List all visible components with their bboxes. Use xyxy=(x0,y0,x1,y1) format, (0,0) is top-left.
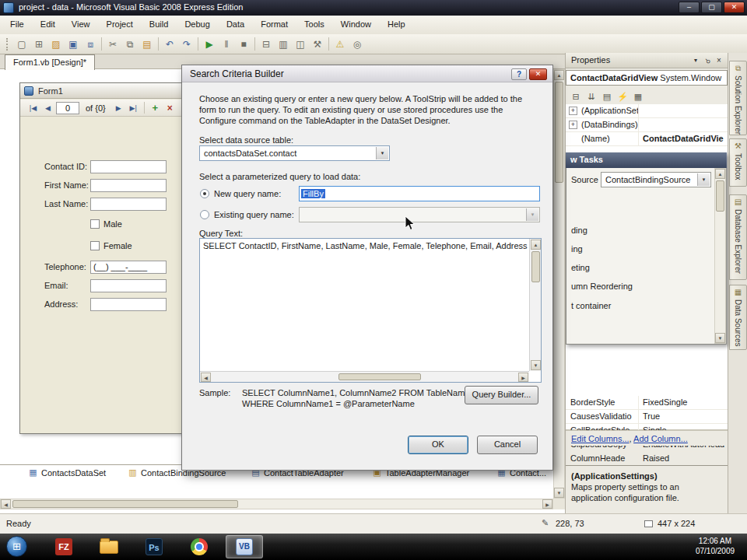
enable-deleting-label-fragment[interactable]: eting xyxy=(571,263,590,272)
chevron-down-icon[interactable] xyxy=(697,173,710,186)
dialog-titlebar[interactable]: Search Criteria Builder xyxy=(182,65,552,82)
delete-icon[interactable]: × xyxy=(163,101,177,115)
pin-icon[interactable]: ⚲ xyxy=(700,53,715,68)
existing-query-combo[interactable] xyxy=(299,207,540,222)
cancel-button[interactable]: Cancel xyxy=(477,436,538,454)
open-file-icon[interactable]: ▨ xyxy=(47,37,65,52)
property-row[interactable]: (ApplicationSet xyxy=(566,104,728,118)
toolbar-grip[interactable] xyxy=(6,38,9,51)
tab-data-sources[interactable]: ▦ Data Sources xyxy=(729,285,747,350)
contact-id-field[interactable] xyxy=(90,160,167,173)
close-button[interactable] xyxy=(724,2,745,13)
add-new-icon[interactable]: + xyxy=(149,101,162,115)
scroll-down-icon[interactable] xyxy=(715,333,725,343)
copy-icon[interactable]: ⧉ xyxy=(121,37,139,52)
scroll-up-icon[interactable] xyxy=(531,240,541,250)
properties-header[interactable]: Properties ▾ ⚲ × xyxy=(566,53,728,68)
scroll-left-icon[interactable] xyxy=(1,499,11,509)
toolbox-icon[interactable]: ⚒ xyxy=(309,37,326,52)
tasks-vertical-scrollbar[interactable] xyxy=(714,168,726,344)
find-icon[interactable]: ◎ xyxy=(349,37,366,52)
scroll-right-icon[interactable] xyxy=(518,373,528,382)
object-browser-icon[interactable]: ◫ xyxy=(292,37,309,52)
enable-adding-label-fragment[interactable]: ding xyxy=(571,226,587,235)
close-icon[interactable]: × xyxy=(714,55,724,66)
start-debugging-icon[interactable]: ▶ xyxy=(201,37,218,52)
paste-icon[interactable]: ▤ xyxy=(139,37,156,52)
document-vertical-scrollbar[interactable] xyxy=(553,69,565,499)
data-source-combo[interactable]: contactsDataSet.contact xyxy=(199,145,390,161)
properties-icon[interactable]: ▤ xyxy=(600,89,614,103)
scrollbar-thumb[interactable] xyxy=(338,373,421,380)
menu-format[interactable]: Format xyxy=(254,16,295,33)
menu-build[interactable]: Build xyxy=(142,16,175,33)
scrollbar-thumb[interactable] xyxy=(555,82,563,183)
query-horizontal-scrollbar[interactable] xyxy=(200,371,529,382)
document-horizontal-scrollbar[interactable] xyxy=(0,499,553,509)
tab-toolbox[interactable]: ⚒ Toolbox xyxy=(729,138,747,187)
property-row[interactable]: (DataBindings) xyxy=(566,118,728,132)
chevron-down-icon[interactable] xyxy=(376,147,388,159)
taskbar-chrome[interactable] xyxy=(181,535,218,558)
save-all-icon[interactable]: ⧈ xyxy=(82,37,99,52)
redo-icon[interactable]: ↷ xyxy=(178,37,195,52)
column-reordering-label-fragment[interactable]: umn Reordering xyxy=(571,282,633,291)
alphabetical-icon[interactable]: ⇊ xyxy=(584,89,598,103)
property-row[interactable]: (Name) ContactDataGridVie xyxy=(566,132,728,146)
scroll-up-icon[interactable] xyxy=(554,70,564,80)
scrollbar-thumb[interactable] xyxy=(531,251,540,282)
taskbar-photoshop[interactable]: Ps xyxy=(135,535,173,558)
error-list-icon[interactable]: ⚠ xyxy=(331,37,349,52)
query-builder-button[interactable]: Query Builder... xyxy=(465,386,538,404)
taskbar-filezilla[interactable]: FZ xyxy=(45,535,82,558)
ok-button[interactable]: OK xyxy=(408,436,468,454)
menu-edit[interactable]: Edit xyxy=(33,16,62,33)
solution-explorer-icon[interactable]: ⊟ xyxy=(258,37,275,52)
add-column-link[interactable]: Add Column... xyxy=(633,434,688,443)
scroll-down-icon[interactable] xyxy=(531,360,541,370)
expand-icon[interactable] xyxy=(569,107,577,115)
scroll-left-icon[interactable] xyxy=(201,373,211,382)
new-project-icon[interactable]: ▢ xyxy=(13,37,30,52)
start-button[interactable] xyxy=(6,536,27,557)
properties-window-icon[interactable]: ▥ xyxy=(275,37,292,52)
email-field[interactable] xyxy=(90,279,167,292)
dock-in-parent-container-label-fragment[interactable]: t container xyxy=(571,301,611,310)
menu-help[interactable]: Help xyxy=(381,16,412,33)
male-checkbox[interactable]: Male xyxy=(90,219,122,229)
categorized-icon[interactable]: ⊟ xyxy=(569,89,583,103)
maximize-button[interactable] xyxy=(701,2,722,13)
menu-view[interactable]: View xyxy=(65,16,97,33)
tab-database-explorer[interactable]: ▤ Database Explorer xyxy=(729,194,747,280)
break-all-icon[interactable]: ‖ xyxy=(218,37,235,52)
menu-window[interactable]: Window xyxy=(334,16,378,33)
scroll-right-icon[interactable] xyxy=(542,499,552,509)
female-checkbox[interactable]: Female xyxy=(90,241,132,250)
cut-icon[interactable]: ✂ xyxy=(104,37,121,52)
last-name-field[interactable] xyxy=(90,198,167,211)
object-selector-combo[interactable]: ContactDataGridView System.Window xyxy=(566,70,728,86)
telephone-field[interactable]: (__) ___-____ xyxy=(90,261,167,274)
position-box[interactable]: 0 xyxy=(56,102,79,114)
scrollbar-thumb[interactable] xyxy=(716,180,724,212)
save-icon[interactable]: ▣ xyxy=(65,37,82,52)
query-text-area[interactable]: SELECT ContactID, FirstName, LastName, M… xyxy=(199,238,542,383)
property-row[interactable]: BorderStyle FixedSingle xyxy=(566,396,728,410)
minimize-button[interactable] xyxy=(679,2,700,13)
property-pages-icon[interactable]: ▦ xyxy=(631,89,645,103)
tab-form1-design[interactable]: Form1.vb [Design]* xyxy=(5,54,95,70)
menu-debug[interactable]: Debug xyxy=(177,16,216,33)
undo-icon[interactable]: ↶ xyxy=(161,37,178,52)
menu-file[interactable]: File xyxy=(3,16,31,33)
events-icon[interactable]: ⚡ xyxy=(615,89,630,103)
menu-tools[interactable]: Tools xyxy=(297,16,331,33)
enable-editing-label-fragment[interactable]: ing xyxy=(571,244,583,254)
add-new-item-icon[interactable]: ⊞ xyxy=(30,37,47,52)
expand-icon[interactable] xyxy=(569,121,577,129)
new-query-name-input[interactable]: FillBy xyxy=(299,186,540,201)
scrollbar-thumb[interactable] xyxy=(12,500,238,508)
dialog-close-icon[interactable] xyxy=(529,68,547,80)
tab-solution-explorer[interactable]: ⧉ Solution Explorer xyxy=(729,61,747,135)
move-previous-icon[interactable]: ◀ xyxy=(41,101,54,115)
component-contactsdataset[interactable]: ▦ ContactsDataSet xyxy=(28,467,106,478)
